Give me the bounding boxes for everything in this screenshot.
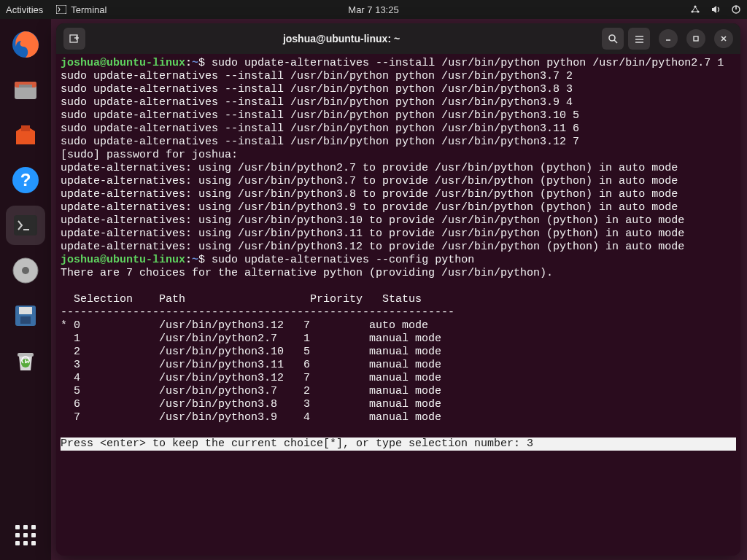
- svg-rect-0: [56, 5, 66, 14]
- terminal-icon[interactable]: [6, 206, 45, 245]
- hamburger-icon: [634, 34, 645, 44]
- volume-icon[interactable]: [711, 4, 721, 15]
- new-tab-button[interactable]: [63, 28, 85, 50]
- hamburger-menu-button[interactable]: [628, 28, 650, 50]
- terminal-window: joshua@ubuntu-linux: ~ joshua@ubuntu-lin…: [56, 23, 740, 556]
- app-menu[interactable]: Terminal: [56, 4, 107, 15]
- top-bar: Activities Terminal Mar 7 13:25: [0, 0, 747, 19]
- software-icon[interactable]: [6, 115, 45, 155]
- dock: ?: [0, 19, 51, 560]
- disk-icon[interactable]: [6, 251, 45, 290]
- maximize-icon: [692, 35, 700, 42]
- svg-point-25: [609, 35, 615, 41]
- close-button[interactable]: [714, 29, 733, 48]
- svg-rect-19: [20, 316, 31, 324]
- activities-button[interactable]: Activities: [6, 4, 43, 15]
- power-icon[interactable]: [731, 4, 741, 15]
- network-icon[interactable]: [690, 4, 700, 15]
- svg-line-26: [614, 40, 617, 43]
- maximize-button[interactable]: [686, 29, 705, 48]
- app-menu-label: Terminal: [71, 4, 107, 15]
- window-titlebar: joshua@ubuntu-linux: ~: [56, 23, 740, 54]
- minimize-button[interactable]: [659, 29, 678, 48]
- svg-rect-18: [19, 307, 32, 314]
- svg-rect-9: [19, 85, 32, 88]
- minimize-icon: [665, 35, 672, 42]
- save-icon[interactable]: [6, 296, 45, 335]
- search-button[interactable]: [602, 28, 624, 50]
- firefox-icon[interactable]: [6, 25, 45, 64]
- svg-point-16: [22, 267, 29, 274]
- search-icon: [608, 34, 619, 44]
- svg-rect-31: [694, 36, 698, 41]
- terminal-small-icon: [56, 5, 66, 14]
- svg-rect-12: [14, 215, 37, 236]
- svg-text:?: ?: [20, 170, 31, 190]
- clock[interactable]: Mar 7 13:25: [348, 4, 398, 15]
- help-icon[interactable]: ?: [6, 160, 45, 200]
- show-apps-button[interactable]: [15, 525, 36, 545]
- close-icon: [720, 35, 727, 42]
- terminal-output[interactable]: joshua@ubuntu-linux:~$ sudo update-alter…: [56, 54, 740, 556]
- window-title: joshua@ubuntu-linux: ~: [85, 33, 597, 44]
- trash-icon[interactable]: [6, 341, 45, 381]
- files-icon[interactable]: [6, 70, 45, 109]
